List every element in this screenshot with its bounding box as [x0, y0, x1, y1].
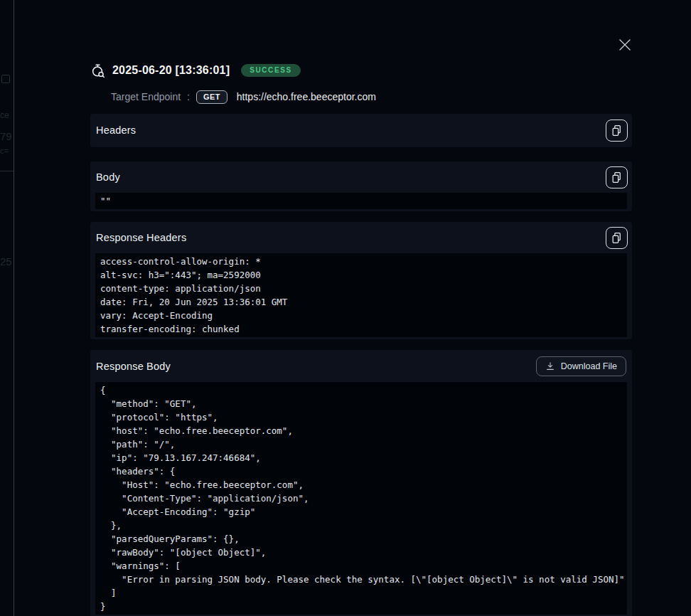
request-timestamp: 2025-06-20 [13:36:01]	[112, 64, 230, 77]
background-sidebar-divider	[14, 0, 14, 616]
copy-headers-button[interactable]	[606, 120, 628, 142]
target-endpoint-colon: :	[187, 91, 190, 102]
response-body-section: Response Body Download File { "method": …	[90, 350, 632, 616]
download-icon	[545, 361, 555, 371]
response-body-code-block: { "method": "GET", "protocol": "https", …	[95, 382, 627, 615]
endpoint-url: https://echo.free.beeceptor.com	[237, 91, 376, 102]
close-icon[interactable]	[614, 34, 636, 55]
response-body-section-title: Response Body	[96, 361, 171, 372]
body-section: Body ""	[90, 161, 632, 211]
headers-section-title: Headers	[96, 124, 136, 136]
copy-response-headers-button[interactable]	[606, 227, 628, 249]
background-text-fragment: 25	[0, 256, 12, 267]
copy-body-button[interactable]	[606, 166, 628, 188]
status-badge: SUCCESS	[241, 64, 301, 77]
http-method-badge: GET	[196, 90, 227, 104]
body-code-block: ""	[95, 193, 627, 209]
response-headers-section: Response Headers access-control-allow-or…	[90, 222, 632, 339]
timer-search-icon	[90, 63, 105, 78]
background-text-fragment: ce	[0, 111, 9, 120]
target-endpoint-row: Target Endpoint : GET https://echo.free.…	[111, 89, 376, 105]
request-title-row: 2025-06-20 [13:36:01] SUCCESS	[90, 62, 301, 79]
copy-icon	[611, 171, 623, 184]
download-file-button[interactable]: Download File	[536, 356, 626, 376]
response-headers-section-title: Response Headers	[96, 232, 186, 243]
body-section-title: Body	[96, 171, 120, 183]
headers-section: Headers	[90, 114, 632, 147]
background-text-fragment: 79	[0, 131, 12, 142]
copy-icon	[611, 232, 623, 244]
background-text-fragment: c=	[0, 147, 9, 155]
download-file-label: Download File	[561, 361, 617, 371]
background-line-fragment	[0, 171, 14, 171]
response-headers-code-block: access-control-allow-origin: * alt-svc: …	[95, 253, 627, 337]
target-endpoint-label: Target Endpoint	[111, 91, 181, 102]
background-icon-fragment	[1, 75, 10, 83]
copy-icon	[611, 124, 623, 137]
